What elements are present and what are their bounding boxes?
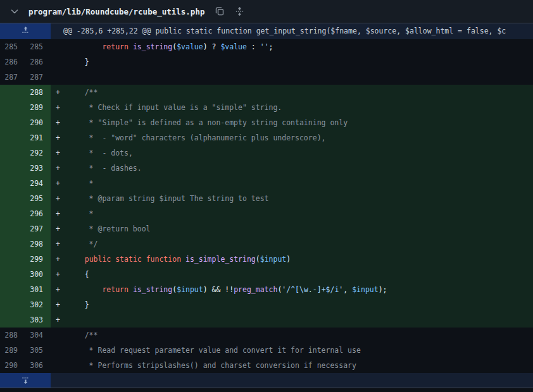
old-line-number[interactable] xyxy=(0,297,25,312)
new-line-number[interactable]: 290 xyxy=(25,115,51,130)
new-line-number[interactable]: 288 xyxy=(25,85,51,100)
diff-marker: + xyxy=(51,115,67,130)
diff-marker xyxy=(51,70,67,85)
expand-up-button[interactable] xyxy=(0,23,51,39)
old-line-number[interactable] xyxy=(0,161,25,176)
old-line-number[interactable] xyxy=(0,267,25,282)
diff-marker xyxy=(51,39,67,54)
file-header: program/lib/Roundcube/rcube_utils.php xyxy=(0,0,533,23)
expand-footer-fill xyxy=(51,373,533,388)
code-line: } xyxy=(67,297,533,312)
old-line-number[interactable] xyxy=(0,85,25,100)
old-line-number[interactable] xyxy=(0,191,25,206)
old-line-number[interactable] xyxy=(0,282,25,297)
old-line-number[interactable] xyxy=(0,176,25,191)
unfold-icon xyxy=(235,6,244,16)
new-line-number[interactable]: 304 xyxy=(25,328,51,343)
code-line: public static function is_simple_string(… xyxy=(67,252,533,267)
code-line xyxy=(67,312,533,328)
old-line-number[interactable] xyxy=(0,221,25,236)
code-line: * "Simple" is defined as a non-empty str… xyxy=(67,115,533,130)
diff-row: 286286 } xyxy=(0,54,533,70)
diff-row: 285285 return is_string($value) ? $value… xyxy=(0,39,533,54)
diff-row: 292+ * - dots, xyxy=(0,145,533,161)
old-line-number[interactable] xyxy=(0,130,25,145)
collapse-file-button[interactable] xyxy=(8,4,22,18)
new-line-number[interactable]: 295 xyxy=(25,191,51,206)
new-line-number[interactable]: 298 xyxy=(25,236,51,252)
old-line-number[interactable] xyxy=(0,252,25,267)
old-line-number[interactable] xyxy=(0,100,25,115)
diff-marker: + xyxy=(51,252,67,267)
old-line-number[interactable]: 289 xyxy=(0,343,25,358)
diff-marker: + xyxy=(51,145,67,161)
diff-row: 300+ { xyxy=(0,267,533,282)
new-line-number[interactable]: 292 xyxy=(25,145,51,161)
old-line-number[interactable]: 285 xyxy=(0,39,25,54)
new-line-number[interactable]: 285 xyxy=(25,39,51,54)
diff-row: 295+ * @param string $input The string t… xyxy=(0,191,533,206)
old-line-number[interactable] xyxy=(0,236,25,252)
hunk-row: @@ -285,6 +285,22 @@ public static funct… xyxy=(0,23,533,39)
code-line: * xyxy=(67,176,533,191)
expand-all-button[interactable] xyxy=(232,4,246,18)
diff-marker: + xyxy=(51,85,67,100)
hunk-header: @@ -285,6 +285,22 @@ public static funct… xyxy=(51,23,533,39)
diff-row: 289+ * Check if input value is a "simple… xyxy=(0,100,533,115)
old-line-number[interactable] xyxy=(0,312,25,328)
diff-marker: + xyxy=(51,100,67,115)
diff-marker xyxy=(51,328,67,343)
new-line-number[interactable]: 294 xyxy=(25,176,51,191)
diff-marker: + xyxy=(51,206,67,221)
code-line: * Check if input value is a "simple" str… xyxy=(67,100,533,115)
diff-row: 287287 xyxy=(0,70,533,85)
new-line-number[interactable]: 286 xyxy=(25,54,51,70)
diff-marker: + xyxy=(51,130,67,145)
old-line-number[interactable]: 286 xyxy=(0,54,25,70)
old-line-number[interactable] xyxy=(0,145,25,161)
new-line-number[interactable]: 297 xyxy=(25,221,51,236)
diff-marker: + xyxy=(51,236,67,252)
expand-down-button[interactable] xyxy=(0,373,51,388)
diff-marker: + xyxy=(51,191,67,206)
code-line: /** xyxy=(67,328,533,343)
diff-row: 290+ * "Simple" is defined as a non-empt… xyxy=(0,115,533,130)
diff-rows: 285285 return is_string($value) ? $value… xyxy=(0,39,533,373)
old-line-number[interactable]: 287 xyxy=(0,70,25,85)
new-line-number[interactable]: 306 xyxy=(25,358,51,373)
chevron-down-icon xyxy=(9,6,20,16)
new-line-number[interactable]: 293 xyxy=(25,161,51,176)
diff-row: 290306 * Performs stripslashes() and cha… xyxy=(0,358,533,373)
new-line-number[interactable]: 302 xyxy=(25,297,51,312)
new-line-number[interactable]: 287 xyxy=(25,70,51,85)
code-line: return is_string($value) ? $value : ''; xyxy=(67,39,533,54)
code-line: * - dots, xyxy=(67,145,533,161)
diff-row: 293+ * - dashes. xyxy=(0,161,533,176)
diff-marker: + xyxy=(51,161,67,176)
diff-row: 291+ * - "word" characters (alphanumeric… xyxy=(0,130,533,145)
new-line-number[interactable]: 289 xyxy=(25,100,51,115)
code-line: * Performs stripslashes() and charset co… xyxy=(67,358,533,373)
code-line: { xyxy=(67,267,533,282)
new-line-number[interactable]: 303 xyxy=(25,312,51,328)
new-line-number[interactable]: 305 xyxy=(25,343,51,358)
old-line-number[interactable] xyxy=(0,206,25,221)
diff-marker: + xyxy=(51,176,67,191)
code-line: * - dashes. xyxy=(67,161,533,176)
code-line xyxy=(67,70,533,85)
new-line-number[interactable]: 300 xyxy=(25,267,51,282)
old-line-number[interactable]: 290 xyxy=(0,358,25,373)
diff-row: 294+ * xyxy=(0,176,533,191)
old-line-number[interactable]: 288 xyxy=(0,328,25,343)
diff-row: 297+ * @return bool xyxy=(0,221,533,236)
diff-marker: + xyxy=(51,297,67,312)
new-line-number[interactable]: 291 xyxy=(25,130,51,145)
diff-marker: + xyxy=(51,312,67,328)
old-line-number[interactable] xyxy=(0,115,25,130)
new-line-number[interactable]: 296 xyxy=(25,206,51,221)
new-line-number[interactable]: 301 xyxy=(25,282,51,297)
code-line: * - "word" characters (alphanumeric plus… xyxy=(67,130,533,145)
new-line-number[interactable]: 299 xyxy=(25,252,51,267)
copy-path-button[interactable] xyxy=(213,4,227,18)
code-line: return is_string($input) && !!preg_match… xyxy=(67,282,533,297)
